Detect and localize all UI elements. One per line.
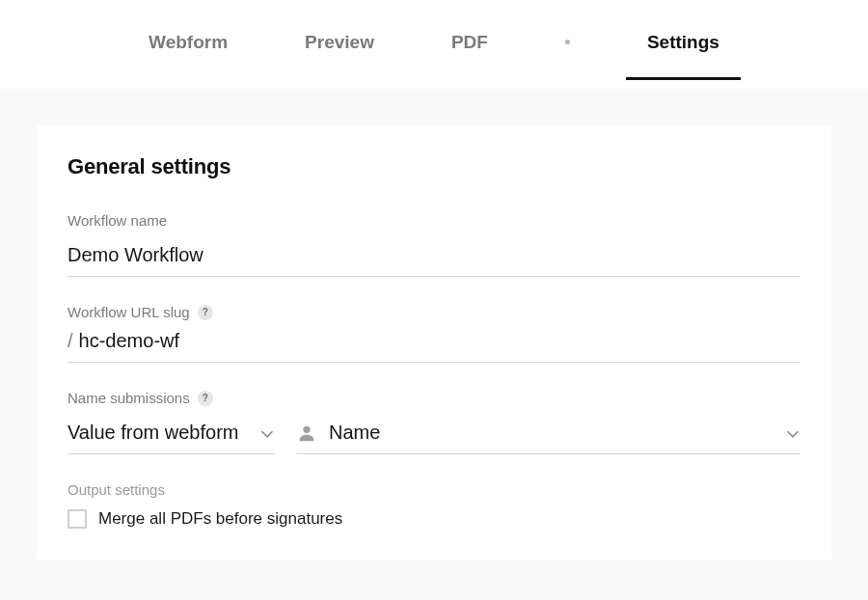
merge-pdfs-label: Merge all PDFs before signatures [98,509,342,529]
submission-field-text: Name [329,422,380,444]
slug-prefix: / [68,330,73,352]
submission-source-value: Value from webform [68,422,250,444]
person-icon [296,423,317,444]
field-workflow-slug: Workflow URL slug ? / [68,304,800,363]
help-icon[interactable]: ? [198,391,213,406]
tab-webform[interactable]: Webform [149,32,228,80]
name-submissions-label: Name submissions ? [68,390,800,406]
output-settings-label: Output settings [68,481,800,498]
submission-source-select[interactable]: Value from webform [68,416,275,454]
tab-preview[interactable]: Preview [305,32,374,80]
workflow-name-label: Workflow name [68,212,800,229]
field-name-submissions: Name submissions ? Value from webform Na… [68,390,800,454]
chevron-down-icon [787,430,799,438]
field-workflow-name: Workflow name [68,212,800,277]
svg-point-0 [303,425,310,432]
submission-field-value: Name [296,422,775,444]
workflow-slug-label-text: Workflow URL slug [68,304,190,320]
tab-pdf[interactable]: PDF [451,32,488,80]
chevron-down-icon [261,430,273,438]
section-title: General settings [68,154,800,179]
name-submissions-label-text: Name submissions [68,390,190,406]
merge-pdfs-checkbox[interactable] [68,509,87,529]
workflow-name-input[interactable] [68,238,800,277]
general-settings-card: General settings Workflow name Workflow … [37,125,831,559]
field-output-settings: Output settings Merge all PDFs before si… [68,481,800,529]
workflow-name-label-text: Workflow name [68,212,167,229]
submission-field-select[interactable]: Name [296,416,800,454]
name-submissions-selects: Value from webform Name [68,416,800,454]
merge-pdfs-row: Merge all PDFs before signatures [68,509,800,529]
tabs-bar: Webform Preview PDF Settings [0,0,868,89]
help-icon[interactable]: ? [198,305,213,320]
workflow-slug-row: / [68,330,800,363]
tab-settings[interactable]: Settings [647,32,719,80]
page-body: General settings Workflow name Workflow … [0,89,868,596]
workflow-slug-label: Workflow URL slug ? [68,304,800,320]
tab-indicator-dot [565,40,570,44]
workflow-slug-input[interactable] [79,330,800,352]
